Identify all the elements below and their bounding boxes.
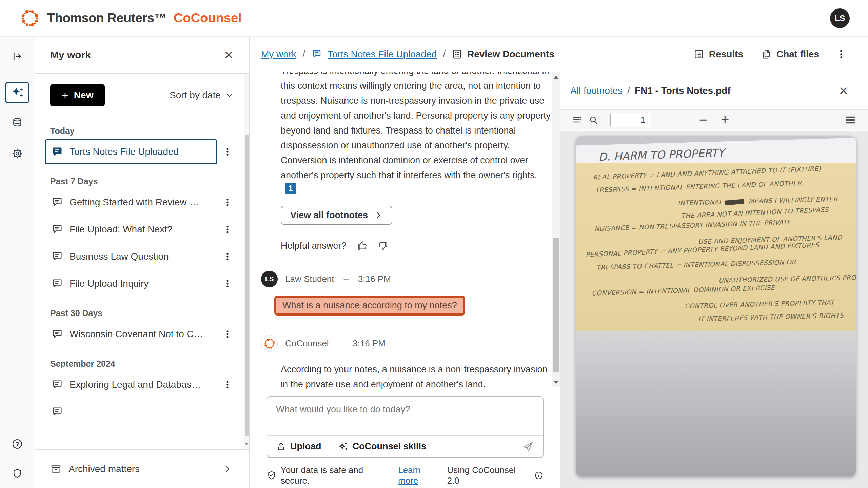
privacy-shield-icon: [11, 468, 23, 480]
photo-table-surface: [576, 331, 856, 476]
breadcrumb-my-work[interactable]: My work: [261, 49, 296, 60]
zoom-controls: − +: [699, 113, 729, 127]
conversation-row-clipped[interactable]: [45, 399, 236, 424]
group-label: Today: [50, 126, 229, 136]
expand-panel-icon[interactable]: [5, 45, 29, 67]
footnote-badge[interactable]: 1: [285, 183, 296, 194]
search-icon[interactable]: [588, 115, 599, 125]
topbar-overflow-menu-icon[interactable]: [834, 47, 848, 61]
all-footnotes-link[interactable]: All footnotes: [570, 85, 623, 96]
learn-more-link[interactable]: Learn more: [398, 465, 443, 486]
breadcrumb-current-label: Review Documents: [467, 49, 554, 60]
scroll-down-arrow-icon[interactable]: [554, 381, 558, 384]
conversation-row[interactable]: Business Law Question: [45, 244, 236, 269]
user-message-avatar: LS: [261, 271, 278, 287]
handwritten-line: TRESPASS TO CHATTEL = INTENTIONAL DISPOS…: [596, 257, 856, 271]
handwritten-line: INTENTIONAL MEANS I WILLINGLY ENTER: [678, 195, 856, 207]
overflow-menu-icon[interactable]: [219, 276, 236, 291]
upload-button[interactable]: Upload: [276, 441, 321, 452]
results-button[interactable]: Results: [693, 49, 743, 60]
send-plane-icon: [522, 441, 534, 453]
assistant-message-header: CoCounsel – 3:16 PM: [261, 335, 552, 352]
version-label: Using CoCounsel 2.0: [447, 465, 530, 486]
close-pdf-panel-icon[interactable]: ✕: [839, 85, 849, 97]
thumbnails-toggle-icon[interactable]: [572, 115, 583, 125]
scribbled-out-word: [725, 199, 745, 205]
sort-dropdown[interactable]: Sort by date: [170, 90, 234, 101]
highlighted-user-question: What is a nuisance according to my notes…: [274, 296, 465, 316]
user-avatar[interactable]: LS: [830, 8, 850, 28]
conversation-row[interactable]: Wisconsin Covenant Not to C…: [45, 322, 236, 347]
conversation-list: TodayTorts Notes File UploadedPast 7 Day…: [35, 122, 244, 449]
new-button[interactable]: + New: [50, 84, 105, 106]
overflow-menu-icon[interactable]: [219, 377, 236, 392]
overflow-menu-icon[interactable]: [219, 249, 236, 264]
thumbs-up-icon[interactable]: [357, 240, 368, 251]
overflow-menu-icon[interactable]: [219, 327, 236, 342]
overflow-menu-icon[interactable]: [219, 222, 236, 237]
conversation-row[interactable]: File Upload Inquiry: [45, 271, 236, 296]
cocounsel-app: Thomson Reuters™ CoCounsel LS ? My work …: [0, 0, 868, 488]
conversation-row[interactable]: File Upload: What Next?: [45, 217, 236, 242]
sidebar-scrollbar[interactable]: [244, 74, 249, 449]
chat-bubble-icon: [311, 49, 322, 60]
chat-column: Trespass is intentionally entering the l…: [250, 72, 560, 488]
chat-scrollbar[interactable]: [552, 72, 560, 387]
results-label: Results: [709, 49, 743, 60]
conversation-title: Business Law Question: [70, 251, 169, 262]
scroll-up-arrow-icon[interactable]: [554, 76, 558, 79]
zoom-out-icon[interactable]: −: [699, 113, 707, 127]
breadcrumb-conversation[interactable]: Torts Notes File Uploaded: [328, 49, 437, 60]
chat-footer: Your data is safe and secure. Learn more…: [267, 468, 544, 483]
chat-bubble-icon: [51, 278, 63, 290]
cocounsel-skills-button[interactable]: CoCounsel skills: [338, 441, 427, 452]
sidebar-scrollbar-thumb[interactable]: [245, 135, 249, 436]
settings-tab[interactable]: [5, 143, 29, 164]
chat-files-icon: [761, 49, 772, 60]
user-message-name: Law Student: [285, 274, 334, 284]
brand-name: Thomson Reuters™: [47, 11, 167, 25]
handwritten-line: CONTROL OVER ANOTHER'S PROPERTY THAT: [685, 298, 856, 310]
privacy-button[interactable]: [5, 463, 29, 485]
pdf-panel-header: All footnotes / FN1 - Torts Notes.pdf ✕: [560, 72, 868, 109]
help-button[interactable]: ?: [5, 433, 29, 455]
conversation-title: File Upload: What Next?: [70, 224, 172, 235]
user-message-time: 3:16 PM: [358, 274, 391, 284]
chat-files-button[interactable]: Chat files: [761, 49, 819, 60]
chat-input[interactable]: [267, 397, 543, 435]
archived-matters-row[interactable]: Archived matters: [35, 449, 249, 488]
thumbs-down-icon[interactable]: [378, 240, 389, 251]
conversation-row[interactable]: Exploring Legal and Databas…: [45, 372, 236, 397]
upload-label: Upload: [290, 441, 321, 452]
info-icon[interactable]: [534, 471, 544, 480]
pdf-menu-icon[interactable]: [844, 114, 856, 126]
conversation-row[interactable]: Getting Started with Review …: [45, 190, 236, 215]
chat-bubble-icon: [51, 146, 63, 158]
conversation-row[interactable]: Torts Notes File Uploaded: [45, 139, 236, 164]
close-panel-icon[interactable]: ✕: [224, 49, 234, 61]
my-work-panel: My work ✕ + New Sort by date TodayTorts …: [35, 37, 250, 488]
chat-bubble-icon: [51, 196, 63, 208]
footnote-viewer-panel: All footnotes / FN1 - Torts Notes.pdf ✕ …: [560, 72, 868, 488]
database-tab[interactable]: [5, 112, 29, 134]
group-label: September 2024: [50, 359, 229, 369]
assistant-answer-block: Trespass is intentionally entering the l…: [281, 72, 552, 194]
overflow-menu-icon[interactable]: [219, 144, 236, 159]
handwritten-line: IT INTERFERES WITH THE OWNER'S RIGHTS: [698, 311, 856, 323]
page-number-input[interactable]: [610, 113, 650, 127]
handwritten-line: NUISANCE = NON-TRESPASSORY INVASION IN T…: [594, 216, 856, 232]
overflow-menu-icon[interactable]: [219, 195, 236, 210]
zoom-in-icon[interactable]: +: [721, 113, 729, 127]
chat-bubble-icon: [51, 223, 63, 236]
assistant-message-name: CoCounsel: [285, 338, 329, 349]
database-icon: [11, 117, 23, 129]
send-button[interactable]: [522, 441, 534, 453]
pdf-document-title: FN1 - Torts Notes.pdf: [635, 85, 731, 96]
ai-assistant-tab[interactable]: [5, 82, 29, 103]
brand-logo: Thomson Reuters™ CoCounsel: [19, 8, 242, 29]
view-all-footnotes-button[interactable]: View all footnotes: [281, 206, 392, 225]
my-work-header: My work ✕: [35, 37, 249, 74]
content-split: Trespass is intentionally entering the l…: [250, 72, 868, 488]
chat-scrollbar-thumb[interactable]: [553, 238, 559, 372]
archived-matters-label: Archived matters: [68, 464, 140, 474]
